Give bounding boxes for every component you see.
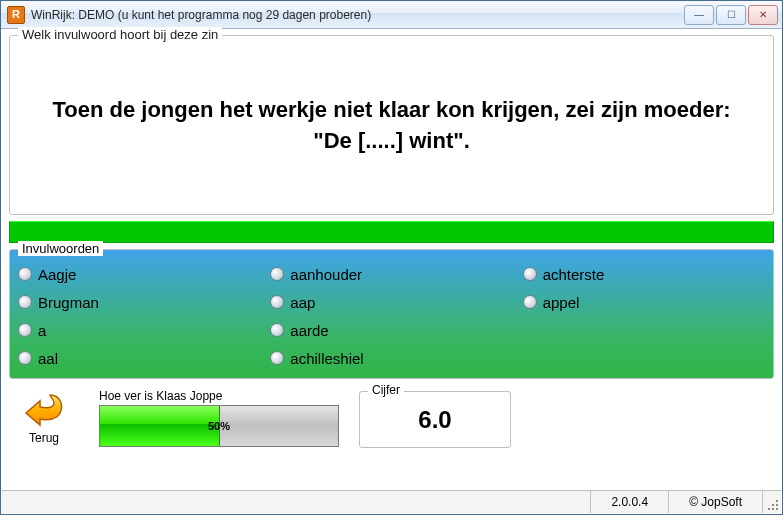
- answer-option[interactable]: Aagje: [18, 266, 260, 283]
- resize-grip[interactable]: [763, 491, 781, 513]
- answer-option[interactable]: aap: [270, 294, 512, 311]
- answer-option[interactable]: aal: [18, 350, 260, 367]
- grip-icon: [767, 499, 779, 511]
- grade-value: 6.0: [418, 406, 451, 434]
- answer-option[interactable]: achilleshiel: [270, 350, 512, 367]
- question-text: Toen de jongen het werkje niet klaar kon…: [18, 95, 765, 157]
- radio-icon: [523, 267, 537, 281]
- progress-label: Hoe ver is Klaas Joppe: [99, 389, 339, 403]
- radio-icon: [523, 295, 537, 309]
- app-window: R WinRijk: DEMO (u kunt het programma no…: [0, 0, 783, 515]
- progress-block: Hoe ver is Klaas Joppe 50%: [99, 389, 339, 447]
- maximize-button[interactable]: ☐: [716, 5, 746, 25]
- answer-label: a: [38, 322, 46, 339]
- status-version: 2.0.0.4: [591, 491, 669, 513]
- client-area: Welk invulwoord hoort bij deze zin Toen …: [1, 29, 782, 514]
- answer-option[interactable]: a: [18, 322, 260, 339]
- grade-groupbox: Cijfer 6.0: [359, 391, 511, 448]
- separator-bar: [9, 221, 774, 243]
- radio-icon: [270, 267, 284, 281]
- answer-option[interactable]: Brugman: [18, 294, 260, 311]
- radio-icon: [18, 295, 32, 309]
- radio-icon: [270, 295, 284, 309]
- answer-label: aarde: [290, 322, 328, 339]
- answer-label: achilleshiel: [290, 350, 363, 367]
- answer-option[interactable]: appel: [523, 294, 765, 311]
- progress-bar: 50%: [99, 405, 339, 447]
- radio-icon: [18, 267, 32, 281]
- answer-option[interactable]: aarde: [270, 322, 512, 339]
- radio-icon: [270, 323, 284, 337]
- answer-option[interactable]: aanhouder: [270, 266, 512, 283]
- minimize-button[interactable]: —: [684, 5, 714, 25]
- grade-legend: Cijfer: [368, 383, 404, 397]
- bottom-row: Terug Hoe ver is Klaas Joppe 50% Cijfer …: [9, 389, 774, 448]
- answer-label: appel: [543, 294, 580, 311]
- status-vendor: © JopSoft: [669, 491, 763, 513]
- title-bar: R WinRijk: DEMO (u kunt het programma no…: [1, 1, 782, 29]
- radio-icon: [270, 351, 284, 365]
- close-button[interactable]: ✕: [748, 5, 778, 25]
- radio-icon: [18, 351, 32, 365]
- question-groupbox: Welk invulwoord hoort bij deze zin Toen …: [9, 35, 774, 215]
- back-arrow-icon: [20, 389, 68, 429]
- back-button-label: Terug: [9, 431, 79, 445]
- back-button[interactable]: Terug: [9, 389, 79, 445]
- answer-label: aap: [290, 294, 315, 311]
- answers-groupbox: Invulwoorden Aagje aanhouder achterste B…: [9, 249, 774, 379]
- answer-label: Brugman: [38, 294, 99, 311]
- question-legend: Welk invulwoord hoort bij deze zin: [18, 27, 222, 42]
- answer-option[interactable]: achterste: [523, 266, 765, 283]
- progress-percent-text: 50%: [100, 420, 338, 432]
- app-icon: R: [7, 6, 25, 24]
- status-bar: 2.0.0.4 © JopSoft: [2, 490, 781, 513]
- answer-label: Aagje: [38, 266, 76, 283]
- answer-label: aanhouder: [290, 266, 362, 283]
- answer-label: aal: [38, 350, 58, 367]
- window-title: WinRijk: DEMO (u kunt het programma nog …: [31, 8, 684, 22]
- radio-icon: [18, 323, 32, 337]
- answer-label: achterste: [543, 266, 605, 283]
- answers-legend: Invulwoorden: [18, 241, 103, 256]
